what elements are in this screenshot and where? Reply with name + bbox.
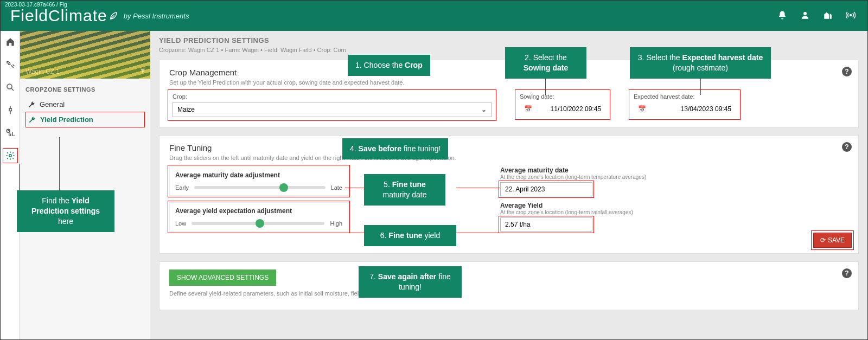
- advanced-card: ? SHOW ADVANCED SETTINGS Define several …: [159, 261, 859, 310]
- callout-3: 3. Select the Expected harvest date (rou…: [630, 47, 771, 79]
- sowing-date-input[interactable]: 📅 11/10/2022 09:45: [520, 102, 605, 116]
- help-icon[interactable]: ?: [842, 67, 852, 76]
- advanced-sub: Define several yield-related parameters,…: [169, 290, 848, 297]
- rail-search-icon[interactable]: [3, 80, 18, 95]
- maturity-slider-box: Average maturity date adjustment Early L…: [169, 166, 348, 196]
- harvest-label: Expected harvest date:: [634, 93, 736, 100]
- svg-point-0: [803, 12, 807, 15]
- maturity-output: 22. April 2023: [500, 182, 592, 196]
- callout-1: 1. Choose the Crop: [348, 55, 430, 76]
- rail-satellite-icon[interactable]: [3, 57, 18, 72]
- broadcast-icon[interactable]: [846, 10, 857, 21]
- cropzone-hero[interactable]: Wagin CZ 1 ▾: [20, 31, 150, 79]
- fine-tuning-card: ? Fine Tuning Drag the sliders on the le…: [159, 135, 859, 254]
- maturity-slider[interactable]: [194, 186, 326, 189]
- crop-mgmt-sub: Set up the Yield Prediction with your ac…: [169, 79, 848, 86]
- rail-pin-icon[interactable]: [3, 102, 18, 118]
- help-icon[interactable]: ?: [842, 268, 852, 278]
- yield-slider-box: Average yield expectation adjustment Low…: [169, 202, 348, 232]
- fine-sub: Drag the sliders on the left until matur…: [169, 155, 848, 161]
- svg-point-2: [7, 84, 12, 89]
- page-title: YIELD PREDICTION SETTINGS: [159, 36, 859, 44]
- show-advanced-button[interactable]: SHOW ADVANCED SETTINGS: [169, 270, 276, 286]
- save-button[interactable]: ⟳ SAVE: [813, 233, 852, 248]
- callout-find: Find the Yield Prediction settings here: [17, 190, 114, 232]
- bell-icon[interactable]: [777, 10, 788, 21]
- refresh-icon: ⟳: [820, 236, 826, 244]
- cropzone-name: Wagin CZ 1: [25, 68, 60, 75]
- version-tag: 2023-03-17.c97a466 / Fig: [5, 2, 67, 8]
- harvest-date-input[interactable]: 📅 13/04/2023 09:45: [634, 102, 736, 116]
- crop-select[interactable]: Maize ⌄: [173, 102, 492, 117]
- yield-slider[interactable]: [192, 222, 324, 225]
- top-bar: 2023-03-17.c97a466 / Fig FieldClimate by…: [1, 1, 867, 31]
- chevron-down-icon: ▾: [141, 65, 145, 75]
- sidebar-item-yield-prediction[interactable]: Yield Prediction: [25, 112, 145, 127]
- sidebar-section-title: CROPZONE SETTINGS: [25, 86, 145, 93]
- callout-2: 2. Select the Sowing date: [505, 47, 586, 79]
- leaf-icon: [108, 11, 118, 21]
- callout-4: 4. Save before fine tuning!: [342, 138, 448, 159]
- yield-output: 2.57 t/ha: [500, 217, 592, 232]
- fine-heading: Fine Tuning: [169, 143, 848, 152]
- user-icon[interactable]: [800, 10, 811, 21]
- rail-home-icon[interactable]: [3, 34, 18, 49]
- callout-7: 7. Save again after fine tuning!: [359, 266, 462, 298]
- sidebar-item-general[interactable]: General: [25, 97, 145, 112]
- brand-logo: FieldClimate: [10, 7, 118, 25]
- sowing-label: Sowing date:: [520, 93, 605, 100]
- left-rail: [1, 31, 20, 339]
- callout-6: 6. Fine tune yield: [364, 225, 456, 246]
- rail-chart-icon[interactable]: [3, 125, 18, 140]
- crop-label: Crop:: [173, 93, 492, 100]
- callout-5: 5. Fine tune maturity date: [364, 174, 445, 206]
- calendar-icon: 📅: [524, 105, 532, 113]
- calendar-icon: 📅: [638, 105, 646, 113]
- svg-point-4: [9, 155, 11, 157]
- farm-icon[interactable]: [823, 10, 834, 21]
- help-icon[interactable]: ?: [842, 142, 852, 152]
- brand-subtitle: by Pessl Instruments: [124, 12, 189, 20]
- chevron-down-icon: ⌄: [481, 106, 487, 113]
- rail-gear-icon[interactable]: [3, 148, 18, 163]
- sidebar: Wagin CZ 1 ▾ CROPZONE SETTINGS General Y…: [20, 31, 150, 339]
- svg-point-1: [850, 15, 852, 16]
